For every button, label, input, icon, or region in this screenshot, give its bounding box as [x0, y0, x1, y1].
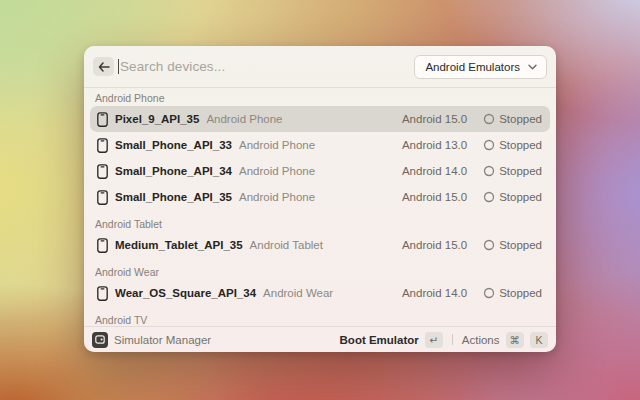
device-status: Stopped	[483, 191, 542, 203]
smartphone-icon	[97, 238, 108, 253]
emulator-type-dropdown[interactable]: Android Emulators	[414, 55, 547, 79]
device-type: Android Phone	[239, 165, 315, 177]
chevron-down-icon	[528, 64, 537, 70]
smartphone-icon	[97, 138, 108, 153]
device-name: Medium_Tablet_API_35	[115, 239, 243, 251]
device-os-version: Android 14.0	[402, 287, 467, 299]
device-type: Android Phone	[239, 139, 315, 151]
stopped-circle-icon	[483, 113, 495, 125]
command-key-badge: ⌘	[506, 332, 525, 348]
device-os-version: Android 15.0	[402, 191, 467, 203]
device-type: Android Phone	[206, 113, 282, 125]
stopped-circle-icon	[483, 139, 495, 151]
device-status: Stopped	[483, 287, 542, 299]
device-row[interactable]: Small_Phone_API_34 Android Phone Android…	[90, 158, 550, 184]
left-arrow-icon	[98, 62, 110, 72]
header-bar: Search devices... Android Emulators	[84, 46, 556, 88]
device-name: Small_Phone_API_35	[115, 191, 232, 203]
actions-button[interactable]: Actions	[462, 334, 500, 346]
device-status-label: Stopped	[499, 239, 542, 251]
footer-app-name: Simulator Manager	[114, 334, 211, 346]
search-placeholder: Search devices...	[120, 59, 225, 74]
device-os-version: Android 15.0	[402, 239, 467, 251]
footer-bar: Simulator Manager Boot Emulator ↵ Action…	[84, 326, 556, 352]
smartphone-icon	[97, 112, 108, 127]
device-row[interactable]: Medium_Tablet_API_35 Android Tablet Andr…	[90, 232, 550, 258]
device-name: Small_Phone_API_34	[115, 165, 232, 177]
device-status-label: Stopped	[499, 139, 542, 151]
dropdown-selected-value: Android Emulators	[425, 61, 520, 73]
section-label: Android Phone	[90, 88, 550, 106]
device-type: Android Tablet	[250, 239, 323, 251]
smartphone-icon	[97, 286, 108, 301]
device-name: Pixel_9_API_35	[115, 113, 199, 125]
device-name: Wear_OS_Square_API_34	[115, 287, 256, 299]
section-label: Android Tablet	[90, 210, 550, 232]
device-status-label: Stopped	[499, 191, 542, 203]
stopped-circle-icon	[483, 191, 495, 203]
device-status-label: Stopped	[499, 287, 542, 299]
back-button[interactable]	[93, 57, 114, 76]
stopped-circle-icon	[483, 239, 495, 251]
device-status: Stopped	[483, 139, 542, 151]
device-row[interactable]: Pixel_9_API_35 Android Phone Android 15.…	[90, 106, 550, 132]
smartphone-icon	[97, 164, 108, 179]
simulator-manager-window: Search devices... Android Emulators Andr…	[84, 46, 556, 352]
device-type: Android Phone	[239, 191, 315, 203]
device-row[interactable]: Small_Phone_API_35 Android Phone Android…	[90, 184, 550, 210]
k-key-badge: K	[530, 332, 548, 348]
device-list: Android Phone Pixel_9_API_35 Android Pho…	[84, 88, 556, 326]
device-os-version: Android 15.0	[402, 113, 467, 125]
stopped-circle-icon	[483, 287, 495, 299]
device-status: Stopped	[483, 113, 542, 125]
search-input[interactable]: Search devices...	[118, 59, 414, 74]
simulator-manager-app-icon	[92, 332, 108, 348]
device-status-label: Stopped	[499, 165, 542, 177]
device-row[interactable]: Small_Phone_API_33 Android Phone Android…	[90, 132, 550, 158]
device-os-version: Android 14.0	[402, 165, 467, 177]
device-type: Android Wear	[263, 287, 333, 299]
device-row[interactable]: Wear_OS_Square_API_34 Android Wear Andro…	[90, 280, 550, 306]
device-status: Stopped	[483, 239, 542, 251]
enter-key-badge: ↵	[425, 332, 443, 348]
stopped-circle-icon	[483, 165, 495, 177]
text-cursor	[118, 59, 119, 74]
boot-emulator-button[interactable]: Boot Emulator	[340, 334, 419, 346]
device-status: Stopped	[483, 165, 542, 177]
footer-divider	[452, 334, 453, 345]
device-name: Small_Phone_API_33	[115, 139, 232, 151]
section-label: Android TV	[90, 306, 550, 326]
device-status-label: Stopped	[499, 113, 542, 125]
desktop-background: Search devices... Android Emulators Andr…	[0, 0, 640, 400]
section-label: Android Wear	[90, 258, 550, 280]
smartphone-icon	[97, 190, 108, 205]
device-os-version: Android 13.0	[402, 139, 467, 151]
